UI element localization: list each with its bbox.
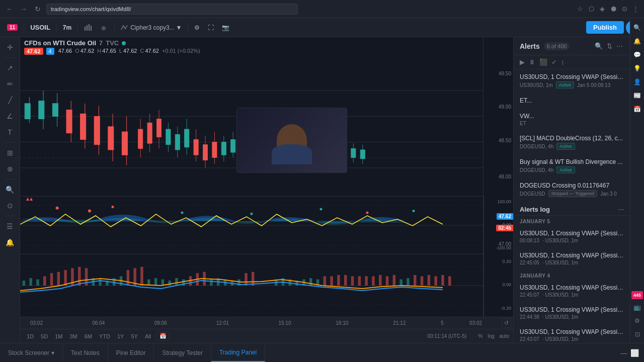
person-right-icon[interactable]: 👤 bbox=[632, 76, 643, 87]
cursor-tool[interactable]: ✛ bbox=[3, 40, 17, 54]
extension3-icon[interactable]: ⬢ bbox=[609, 5, 618, 14]
timeframe-selector[interactable]: 7m bbox=[60, 22, 74, 33]
timerange-3m[interactable]: 3M bbox=[67, 332, 79, 340]
filter-stop-icon[interactable]: ⬛ bbox=[539, 58, 547, 66]
menu-icon[interactable]: ⋮ bbox=[631, 5, 640, 14]
expand-icon[interactable]: ⊡ bbox=[632, 329, 643, 340]
chat-right-icon[interactable]: 💬 bbox=[632, 49, 643, 60]
filter-play-icon[interactable]: ▶ bbox=[520, 58, 525, 66]
filter-check-icon[interactable]: ✓ bbox=[551, 58, 557, 66]
promo-badge: 445 bbox=[631, 291, 643, 299]
indicator-selector[interactable]: Cipher3 copy3... ▼ bbox=[118, 22, 185, 34]
tv-icon[interactable]: 📺 bbox=[632, 302, 643, 313]
alert-item[interactable]: [SCL] MACD DoubleCross (12, 26, c... DOG… bbox=[514, 131, 630, 154]
tab-text-notes[interactable]: Text Notes bbox=[63, 343, 108, 362]
text-tool[interactable]: T bbox=[3, 125, 17, 139]
arrow-tool[interactable]: ↗ bbox=[3, 61, 17, 75]
filter-pause-icon[interactable]: ⏸ bbox=[529, 58, 535, 66]
refresh-button[interactable]: ↻ bbox=[32, 4, 43, 15]
alerts-search-icon[interactable]: 🔍 bbox=[594, 41, 604, 51]
chart-area[interactable]: CFDs on WTI Crude Oil 7 TVC 47.62 4 47.6… bbox=[20, 37, 483, 317]
notifications-badge[interactable]: 11 bbox=[4, 22, 21, 33]
log-item[interactable]: US30USD, 1 Crossing VWAP (Session,... 00… bbox=[514, 226, 630, 248]
log-item[interactable]: US30USD, 1 Crossing VWAP (Session,... 22… bbox=[514, 324, 630, 343]
alert-item[interactable]: Buy signal & WT Bullish Divergence ... D… bbox=[514, 154, 630, 178]
line-tool[interactable]: ╱ bbox=[3, 93, 17, 107]
alerts-more-icon[interactable]: ⋯ bbox=[615, 41, 624, 51]
timerange-all[interactable]: All bbox=[142, 332, 153, 340]
svg-rect-25 bbox=[122, 132, 127, 155]
log-item[interactable]: US30USD, 1 Crossing VWAP (Session,... 22… bbox=[514, 248, 630, 270]
tab-stock-screener[interactable]: Stock Screener ▾ bbox=[0, 343, 63, 362]
extension2-icon[interactable]: ◈ bbox=[598, 5, 607, 14]
timezone-refresh[interactable]: ↺ bbox=[502, 318, 511, 328]
alert-item[interactable]: US30USD, 1 Crossing VWAP (Session,... US… bbox=[514, 69, 630, 93]
indicator1-panel bbox=[20, 196, 483, 254]
filter-sort2-icon[interactable]: ↕ bbox=[561, 58, 565, 66]
timerange-6m[interactable]: 6M bbox=[82, 332, 95, 340]
pattern-tool[interactable]: ⊞ bbox=[3, 146, 17, 160]
back-button[interactable]: ← bbox=[4, 4, 15, 15]
screenshot-button[interactable]: 📷 bbox=[219, 22, 232, 33]
measure-tool[interactable]: ⊗ bbox=[3, 162, 17, 176]
minimize-panel-icon[interactable]: — bbox=[620, 349, 627, 357]
timerange-1d[interactable]: 1D bbox=[24, 332, 36, 340]
user-icon[interactable]: ⊙ bbox=[620, 5, 629, 14]
alerts-right-icon[interactable]: 🔔 bbox=[632, 37, 643, 47]
svg-point-78 bbox=[251, 213, 253, 215]
alert-item[interactable]: DOGEUSD Crossing 0.01176467 DOGEUSD Stop… bbox=[514, 178, 630, 202]
percent-toggle[interactable]: % bbox=[478, 333, 482, 339]
fullscreen-button[interactable]: ⛶ bbox=[205, 22, 217, 33]
alert-tool[interactable]: 🔔 bbox=[3, 235, 17, 249]
compare-button[interactable]: ⊕ bbox=[97, 22, 111, 34]
tab-strategy-tester[interactable]: Strategy Tester bbox=[154, 343, 211, 362]
log-item[interactable]: US30USD, 1 Crossing VWAP (Session,... 22… bbox=[514, 302, 630, 324]
zoom-tool[interactable]: 🔍 bbox=[3, 183, 17, 197]
draw-tool[interactable]: ✏ bbox=[3, 77, 17, 91]
chart-title: CFDs on WTI Crude Oil 7 TVC bbox=[24, 39, 200, 47]
chart-wrapper: CFDs on WTI Crude Oil 7 TVC 47.62 4 47.6… bbox=[20, 37, 513, 343]
x-axis: 03:02 06:04 09:06 12:01 15:10 18:10 21:1… bbox=[20, 317, 513, 329]
timerange-1m[interactable]: 1M bbox=[52, 332, 65, 340]
auto-toggle[interactable]: auto bbox=[500, 333, 509, 339]
browser-topbar: ← → ↻ ☆ ⬡ ◈ ⬢ ⊙ ⋮ bbox=[0, 0, 644, 18]
video-overlay bbox=[236, 108, 347, 173]
url-bar[interactable] bbox=[46, 4, 298, 15]
alert-item[interactable]: ET... bbox=[514, 93, 630, 109]
symbol-selector[interactable]: USOIL bbox=[27, 22, 53, 33]
settings-button[interactable]: ⚙ bbox=[191, 22, 203, 33]
magnet-tool[interactable]: ⊙ bbox=[3, 199, 17, 213]
log-toggle[interactable]: log bbox=[488, 333, 494, 339]
alerts-log-more[interactable]: ⋯ bbox=[618, 206, 624, 213]
svg-rect-144 bbox=[428, 275, 431, 286]
maximize-panel-icon[interactable]: ⬜ bbox=[630, 349, 639, 357]
bookmark-icon[interactable]: ☆ bbox=[576, 5, 585, 14]
svg-rect-11 bbox=[25, 104, 30, 119]
publish-button[interactable]: Publish bbox=[586, 21, 624, 34]
svg-rect-135 bbox=[365, 276, 368, 286]
num-badge: 4 bbox=[46, 48, 54, 55]
calendar-right-icon[interactable]: 📅 bbox=[632, 104, 643, 115]
timerange-5d[interactable]: 5D bbox=[38, 332, 50, 340]
ohlc-open: O 47.62 bbox=[75, 48, 94, 55]
calendar-button[interactable]: 📅 bbox=[156, 331, 170, 341]
chart-type-bar[interactable] bbox=[81, 22, 95, 34]
timerange-ytd[interactable]: YTD bbox=[97, 332, 113, 340]
log-item[interactable]: US30USD, 1 Crossing VWAP (Session,... 22… bbox=[514, 280, 630, 302]
timerange-5y[interactable]: 5Y bbox=[128, 332, 140, 340]
svg-rect-132 bbox=[344, 275, 347, 286]
ideas-right-icon[interactable]: 💡 bbox=[632, 63, 643, 74]
settings-right-icon[interactable]: ⚙ bbox=[632, 315, 643, 326]
watchlist-tool[interactable]: ☰ bbox=[3, 219, 17, 233]
angle-tool[interactable]: ∠ bbox=[3, 109, 17, 123]
right-panel: 🔍 🔔 💬 💡 👤 📰 📅 445 📺 ⚙ ⊡ Alerts 6 of 400 … bbox=[513, 37, 644, 343]
tab-trading-panel[interactable]: Trading Panel bbox=[211, 343, 265, 362]
forward-button[interactable]: → bbox=[18, 4, 29, 15]
alert-item[interactable]: VW... ET bbox=[514, 109, 630, 131]
main-content: ✛ ↗ ✏ ╱ ∠ T ⊞ ⊗ 🔍 ⊙ ☰ 🔔 CFDs on WTI Crud… bbox=[0, 37, 644, 343]
timerange-1y[interactable]: 1Y bbox=[115, 332, 126, 340]
extension1-icon[interactable]: ⬡ bbox=[587, 5, 596, 14]
tab-pine-editor[interactable]: Pine Editor bbox=[108, 343, 154, 362]
alerts-sort-icon[interactable]: ⇅ bbox=[606, 41, 613, 51]
news-right-icon[interactable]: 📰 bbox=[632, 90, 643, 101]
